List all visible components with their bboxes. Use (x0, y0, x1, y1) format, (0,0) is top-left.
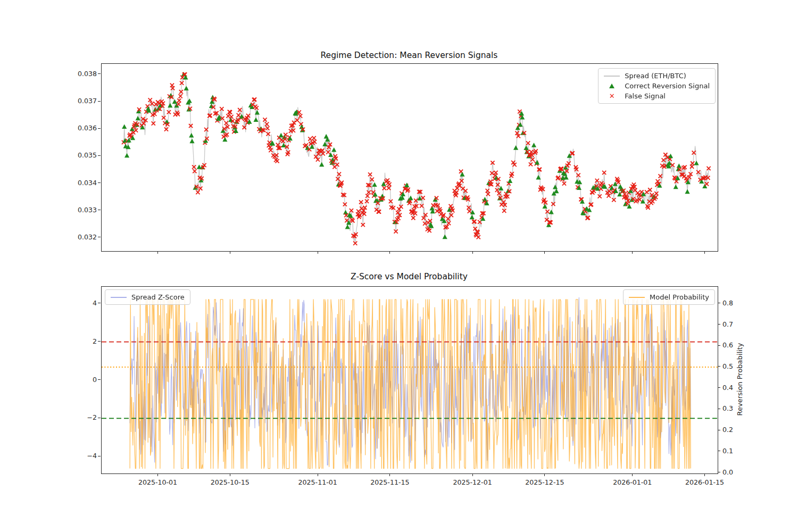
legend-row-probability: Model Probability (629, 293, 709, 301)
tick-label: 2025-12-01 (443, 478, 502, 486)
probability-legend: Model Probability (623, 289, 715, 305)
tick-label: −2 (64, 413, 97, 421)
legend-row-zscore: Spread Z-Score (111, 293, 185, 301)
tick-mark (389, 251, 390, 254)
tick-mark (718, 387, 720, 388)
tick-mark (718, 430, 720, 430)
tick-mark (718, 303, 720, 303)
tick-mark (98, 456, 101, 456)
tick-label: 0.033 (64, 206, 97, 214)
tick-mark (98, 155, 101, 156)
zscore-line-icon (111, 297, 127, 298)
tick-label: 0.037 (64, 97, 97, 105)
tick-label: 0.036 (64, 124, 97, 132)
legend-label-probability: Model Probability (650, 293, 709, 301)
tick-label: 2026-01-15 (676, 478, 734, 486)
tick-label: 2025-12-15 (516, 478, 574, 486)
legend-row-correct: Correct Reversion Signal (604, 82, 710, 90)
tick-mark (98, 128, 101, 129)
tick-label: 2025-10-01 (128, 478, 187, 486)
legend-label-spread: Spread (ETH/BTC) (625, 72, 686, 80)
tick-label: 0.034 (64, 179, 97, 187)
top-plot-area: Spread (ETH/BTC) Correct Reversion Signa… (101, 63, 718, 252)
tick-label: 2025-11-01 (288, 478, 347, 486)
x-marker-icon: ✕ (604, 93, 620, 99)
tick-label: 2025-10-15 (201, 478, 259, 486)
tick-mark (98, 418, 101, 418)
tick-mark (98, 379, 101, 380)
tick-label: 0.5 (722, 362, 733, 370)
tick-mark (632, 473, 633, 476)
bottom-plot-area: Spread Z-Score Model Probability (101, 286, 718, 474)
zscore-probability-canvas (102, 287, 718, 473)
tick-label: −4 (64, 452, 97, 460)
top-chart-title: Regime Detection: Mean Reversion Signals (101, 51, 717, 60)
tick-label: 0.7 (722, 320, 733, 328)
tick-mark (230, 251, 230, 254)
tick-label: 0.038 (64, 70, 97, 78)
tick-mark (389, 473, 390, 476)
top-legend: Spread (ETH/BTC) Correct Reversion Signa… (598, 68, 716, 104)
spread-line-icon (604, 76, 620, 77)
legend-row-spread: Spread (ETH/BTC) (604, 72, 710, 80)
tick-mark (98, 210, 101, 210)
legend-label-zscore: Spread Z-Score (131, 293, 185, 301)
tick-label: 0.4 (722, 384, 733, 392)
probability-line-icon (629, 297, 645, 298)
tick-label: 0.0 (722, 468, 733, 476)
tick-mark (98, 237, 101, 237)
legend-label-false: False Signal (625, 92, 666, 100)
tick-mark (704, 473, 705, 476)
tick-mark (704, 251, 705, 254)
tick-mark (318, 473, 318, 476)
tick-mark (472, 251, 473, 254)
bottom-chart-title: Z-Score vs Model Probability (101, 272, 717, 281)
tick-mark (98, 303, 101, 303)
tick-label: 0 (64, 376, 97, 384)
tick-mark (632, 251, 633, 254)
legend-label-correct: Correct Reversion Signal (625, 82, 710, 90)
right-axis-label: Reversion Probability (736, 343, 744, 416)
tick-mark (157, 473, 158, 476)
tick-mark (98, 101, 101, 102)
tick-mark (718, 472, 720, 472)
tick-mark (472, 473, 473, 476)
tick-mark (544, 251, 545, 254)
tick-label: 2 (64, 337, 97, 345)
tick-label: 4 (64, 299, 97, 307)
figure: Regime Detection: Mean Reversion Signals… (0, 0, 798, 532)
legend-row-false: ✕ False Signal (604, 92, 710, 100)
tick-mark (718, 451, 720, 451)
tick-mark (718, 409, 720, 409)
tick-mark (157, 251, 158, 254)
tick-mark (318, 251, 318, 254)
tick-label: 0.6 (722, 341, 733, 349)
tick-label: 0.1 (722, 447, 733, 455)
zscore-legend: Spread Z-Score (105, 289, 190, 305)
tick-label: 0.032 (64, 233, 97, 241)
tick-label: 2025-11-15 (361, 478, 419, 486)
tick-mark (718, 366, 720, 367)
tick-mark (230, 473, 230, 476)
tick-label: 0.2 (722, 426, 733, 434)
tick-label: 0.3 (722, 404, 733, 412)
tick-label: 2026-01-01 (603, 478, 662, 486)
tick-mark (718, 324, 720, 325)
tick-mark (98, 182, 101, 183)
tick-label: 0.8 (722, 299, 733, 307)
tick-mark (98, 73, 101, 74)
tick-mark (718, 345, 720, 346)
tick-label: 0.035 (64, 151, 97, 159)
tick-mark (544, 473, 545, 476)
triangle-marker-icon (604, 84, 620, 88)
tick-mark (98, 341, 101, 342)
